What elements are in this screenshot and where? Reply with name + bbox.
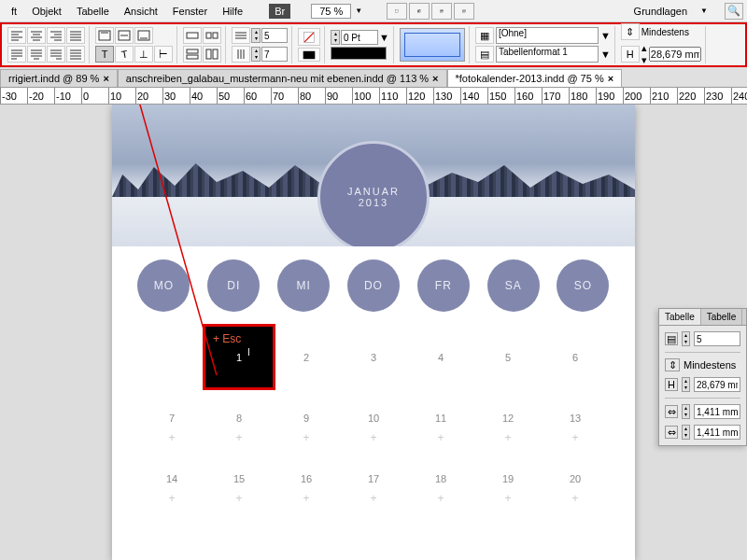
panel-tab[interactable]: Tabelle (659, 309, 701, 325)
bridge-button[interactable]: Br (269, 4, 290, 19)
close-icon[interactable]: × (432, 73, 438, 84)
svg-rect-5 (462, 9, 463, 10)
calendar-cell[interactable]: 19+ (474, 448, 542, 509)
calendar-cell[interactable]: 15+ (205, 448, 273, 509)
calendar-cell[interactable] (138, 327, 205, 387)
rows-input[interactable] (261, 28, 288, 43)
table-style-select[interactable]: Tabellenformat 1 (496, 46, 599, 63)
view-mode-icon[interactable] (454, 3, 474, 20)
align-justify-icon[interactable] (66, 27, 85, 44)
border-proxy-icon[interactable] (400, 28, 465, 62)
stepper-icon[interactable]: ▴▾ (682, 331, 690, 346)
chevron-down-icon[interactable]: ▼ (600, 30, 611, 41)
view-mode-icon[interactable] (409, 3, 430, 20)
document-canvas[interactable]: JANUAR 2013 MODIMIDOFRSASO + EscI1234567… (0, 105, 747, 560)
table-panel[interactable]: Tabelle Tabelle ▤ ▴▾ ⇕ Mindestens H ▴▾ ⇔… (658, 308, 747, 446)
chevron-down-icon[interactable]: ▼ (353, 7, 364, 15)
document-tab[interactable]: anschreiben_galabau_mustermann-neu mit e… (118, 69, 447, 87)
calendar-cell[interactable]: 4 (407, 327, 474, 387)
calendar-cell[interactable]: 16+ (273, 448, 340, 509)
document-tab[interactable]: rrigiert.indd @ 89 %× (0, 69, 118, 87)
document-tab[interactable]: *fotokalender-2013.indd @ 75 %× (447, 69, 623, 87)
panel-height-input[interactable] (694, 377, 740, 392)
stepper-icon[interactable]: ▴▾ (251, 28, 261, 43)
calendar-cell[interactable]: 9+ (273, 387, 340, 448)
stepper-icon[interactable]: ▴▾ (682, 425, 690, 440)
split-h-icon[interactable] (183, 46, 202, 63)
calendar-cell[interactable]: 11+ (407, 387, 474, 448)
calendar-grid[interactable]: + EscI1234567+8+9+10+11+12+13+14+15+16+1… (112, 327, 635, 509)
align-icon[interactable] (27, 46, 46, 63)
menu-item[interactable]: Hilfe (215, 6, 250, 17)
calendar-cell[interactable]: 13+ (542, 387, 609, 448)
calendar-cell[interactable]: 10+ (340, 387, 407, 448)
stepper-icon[interactable]: ▴▾ (251, 47, 261, 62)
menu-item[interactable]: Tabelle (69, 6, 117, 17)
stepper-icon[interactable]: ▴▾ (682, 404, 690, 419)
calendar-cell[interactable]: 20+ (542, 448, 609, 509)
valign-middle-icon[interactable] (115, 27, 134, 44)
panel-tab[interactable]: Tabelle (701, 309, 743, 325)
chevron-down-icon[interactable]: ▼ (698, 7, 710, 15)
svg-rect-1 (417, 9, 418, 12)
horizontal-ruler[interactable]: -30-20-100102030405060708090100110120130… (0, 88, 747, 105)
calendar-cell[interactable]: 6 (542, 327, 609, 387)
text-rotate-icon[interactable]: ⊥ (134, 46, 153, 63)
search-icon[interactable]: 🔍 (725, 3, 743, 20)
calendar-cell[interactable]: 17+ (340, 448, 407, 509)
stroke-style-preview[interactable] (331, 47, 387, 60)
panel-h-input[interactable] (694, 425, 740, 440)
zoom-level[interactable]: 75 % (311, 4, 351, 19)
split-v-icon[interactable] (203, 46, 221, 63)
rowcol-group: ▴▾ ▴▾ (228, 26, 292, 63)
chevron-down-icon[interactable]: ▼ (379, 32, 389, 43)
stepper-icon[interactable]: ▴▾ (682, 377, 690, 392)
calendar-cell[interactable]: + EscI1 (205, 327, 273, 387)
calendar-cell[interactable]: 8+ (205, 387, 273, 448)
stepper-icon[interactable]: ▴▾ (641, 42, 647, 66)
close-icon[interactable]: × (103, 73, 108, 84)
chevron-down-icon[interactable]: ▼ (600, 49, 611, 60)
menu-item[interactable]: Objekt (24, 6, 69, 17)
panel-w-input[interactable] (694, 404, 740, 419)
merge-cells-icon[interactable] (183, 27, 202, 44)
fill-swatch-icon[interactable] (298, 48, 320, 62)
menu-item[interactable]: ft (4, 6, 24, 17)
text-rotate-icon[interactable]: T (115, 46, 134, 63)
stepper-icon[interactable]: ▴▾ (331, 30, 340, 45)
day-header: FR (417, 259, 470, 312)
calendar-cell[interactable]: 14+ (138, 448, 205, 509)
calendar-cell[interactable]: 7+ (138, 387, 205, 448)
split-cells-icon[interactable] (203, 27, 221, 44)
cols-input[interactable] (261, 47, 288, 62)
align-left-icon[interactable] (7, 27, 26, 44)
svg-rect-12 (187, 33, 198, 38)
menu-item[interactable]: Fenster (165, 6, 215, 17)
view-mode-icon[interactable] (387, 3, 407, 20)
calendar-cell[interactable]: 12+ (474, 387, 542, 448)
align-center-icon[interactable] (27, 27, 46, 44)
align-icon[interactable] (7, 46, 26, 63)
no-fill-icon[interactable] (298, 28, 320, 46)
text-orientation-icon[interactable]: T (95, 46, 114, 63)
align-icon[interactable] (47, 46, 65, 63)
menu-item[interactable]: Ansicht (117, 6, 165, 17)
plus-icon: + (571, 492, 578, 505)
valign-top-icon[interactable] (95, 27, 114, 44)
ruler-tick: 100 (352, 88, 371, 104)
calendar-cell[interactable]: 5 (474, 327, 542, 387)
workspace-selector[interactable]: Grundlagen (627, 6, 696, 17)
align-icon[interactable] (66, 46, 85, 63)
text-rotate-icon[interactable]: ⊢ (154, 46, 173, 63)
calendar-cell[interactable]: 3 (340, 327, 407, 387)
stroke-weight-input[interactable] (341, 30, 378, 45)
align-right-icon[interactable] (47, 27, 65, 44)
view-mode-icon[interactable] (431, 3, 452, 20)
calendar-cell[interactable]: 18+ (407, 448, 474, 509)
panel-rows-input[interactable] (694, 331, 740, 346)
calendar-cell[interactable]: 2 (273, 327, 340, 387)
valign-bottom-icon[interactable] (134, 27, 153, 44)
close-icon[interactable]: × (608, 73, 613, 84)
row-height-input[interactable] (649, 47, 701, 62)
cell-style-select[interactable]: [Ohne] (496, 27, 599, 44)
